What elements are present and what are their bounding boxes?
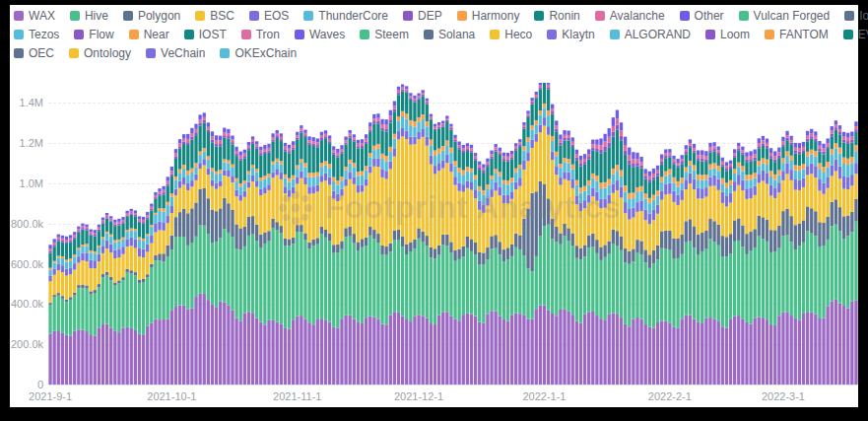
bar-segment[interactable] [628,155,631,160]
bar-segment[interactable] [499,172,501,175]
bar-segment[interactable] [288,181,291,190]
bar-segment[interactable] [234,147,237,151]
bar-segment[interactable] [656,214,659,246]
bar-segment[interactable] [296,183,299,225]
bar-segment[interactable] [802,150,805,153]
bar-segment[interactable] [846,159,849,165]
bar-segment[interactable] [101,224,104,238]
bar-segment[interactable] [729,164,732,167]
bar-segment[interactable] [219,147,222,170]
bar-segment[interactable] [234,156,237,178]
bar-segment[interactable] [563,162,566,172]
bar-segment[interactable] [349,137,352,159]
bar-segment[interactable] [668,250,671,323]
bar-segment[interactable] [741,150,744,152]
bar-segment[interactable] [794,318,797,385]
bar-segment[interactable] [551,136,554,141]
bar-segment[interactable] [668,149,671,153]
bar-segment[interactable] [162,192,165,194]
bar-segment[interactable] [434,258,436,324]
bar-segment[interactable] [292,148,295,150]
bar-segment[interactable] [361,146,364,148]
bar-segment[interactable] [717,190,720,225]
bar-segment[interactable] [453,161,456,166]
bar-segment[interactable] [190,308,193,385]
bar-segment[interactable] [595,201,598,240]
legend-item-oec[interactable]: OEC [14,46,54,60]
bar-segment[interactable] [125,211,128,214]
bar-segment[interactable] [555,167,558,175]
bar-segment[interactable] [207,156,210,160]
bar-segment[interactable] [276,322,279,385]
bar-segment[interactable] [380,177,383,246]
bar-segment[interactable] [539,306,542,385]
bar-segment[interactable] [109,252,112,277]
bar-segment[interactable] [729,185,732,193]
bar-segment[interactable] [697,198,700,235]
bar-segment[interactable] [754,195,757,229]
bar-segment[interactable] [656,176,659,190]
bar-segment[interactable] [668,322,671,385]
bar-segment[interactable] [559,134,562,139]
bar-segment[interactable] [142,217,145,220]
bar-segment[interactable] [758,166,761,174]
bar-segment[interactable] [681,254,684,319]
bar-segment[interactable] [495,182,498,190]
bar-segment[interactable] [154,195,157,197]
bar-segment[interactable] [357,185,360,192]
bar-segment[interactable] [94,230,97,233]
bar-segment[interactable] [490,197,493,237]
bar-segment[interactable] [628,264,631,326]
bar-segment[interactable] [624,155,627,185]
bar-segment[interactable] [681,164,684,177]
bar-segment[interactable] [167,223,169,245]
bar-segment[interactable] [495,144,498,147]
bar-segment[interactable] [526,113,529,115]
legend-item-thundercore[interactable]: ThunderCore [303,9,388,23]
bar-segment[interactable] [219,302,222,385]
bar-segment[interactable] [255,187,258,225]
bar-segment[interactable] [73,256,76,263]
bar-segment[interactable] [61,333,64,385]
bar-segment[interactable] [288,197,291,240]
bar-segment[interactable] [372,118,375,121]
bar-segment[interactable] [689,161,692,166]
bar-segment[interactable] [725,182,728,187]
bar-segment[interactable] [340,180,343,188]
bar-segment[interactable] [434,151,436,156]
bar-segment[interactable] [307,243,310,249]
bar-segment[interactable] [676,194,679,205]
bar-segment[interactable] [773,198,776,230]
bar-segment[interactable] [69,336,72,385]
bar-segment[interactable] [827,146,830,149]
bar-segment[interactable] [125,230,128,232]
bar-segment[interactable] [490,159,493,175]
bar-segment[interactable] [307,248,310,322]
bar-segment[interactable] [827,149,830,162]
bar-segment[interactable] [349,130,352,133]
bar-segment[interactable] [685,149,688,152]
bar-segment[interactable] [777,182,780,192]
bar-segment[interactable] [652,200,655,210]
bar-segment[interactable] [234,151,237,154]
bar-segment[interactable] [486,165,489,167]
bar-segment[interactable] [223,132,226,135]
bar-segment[interactable] [603,134,606,142]
bar-segment[interactable] [769,196,772,231]
bar-segment[interactable] [422,114,425,119]
bar-segment[interactable] [234,154,237,156]
bar-segment[interactable] [458,168,461,173]
bar-segment[interactable] [267,190,270,231]
bar-segment[interactable] [721,164,724,166]
bar-segment[interactable] [328,168,331,176]
bar-segment[interactable] [316,319,319,385]
bar-segment[interactable] [203,120,206,122]
bar-segment[interactable] [239,158,242,160]
bar-segment[interactable] [194,297,197,385]
bar-segment[interactable] [138,221,141,223]
bar-segment[interactable] [547,110,550,115]
bar-segment[interactable] [697,188,700,199]
bar-segment[interactable] [320,136,323,139]
bar-segment[interactable] [567,130,569,135]
bar-segment[interactable] [146,217,149,219]
